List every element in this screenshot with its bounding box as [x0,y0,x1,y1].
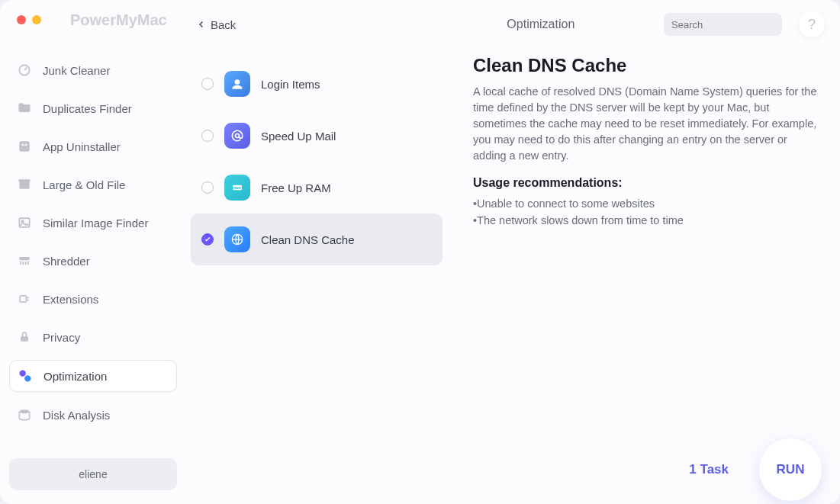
option-label: Login Items [261,78,320,91]
chevron-left-icon [197,18,206,31]
ram-icon: RAM [224,175,250,201]
sidebar-item-duplicates-finder[interactable]: Duplicates Finder [9,93,177,124]
topbar: Back Optimization ? [191,9,825,40]
sidebar-item-optimization[interactable]: Optimization [9,360,177,392]
svg-rect-8 [19,257,29,260]
svg-rect-5 [19,179,31,181]
account-chip[interactable]: eliene [9,458,177,490]
svg-point-13 [19,409,29,413]
svg-rect-4 [19,181,29,189]
minimize-window-button[interactable] [32,15,41,24]
bullet-item: Unable to connect to some websites [477,197,655,210]
option-label: Free Up RAM [261,181,331,194]
back-label: Back [211,18,236,31]
task-count: 1 Task [689,462,729,477]
sidebar: PowerMyMac Junk Cleaner Duplicates Finde… [0,0,186,504]
svg-rect-1 [19,141,29,151]
usage-recommendations-title: Usage recommendations: [473,176,819,190]
search-field[interactable] [664,13,782,36]
sidebar-item-extensions[interactable]: Extensions [9,284,177,314]
sidebar-item-disk-analysis[interactable]: Disk Analysis [9,400,177,430]
run-button[interactable]: RUN [759,438,822,501]
option-speed-up-mail[interactable]: Speed Up Mail [191,110,443,162]
svg-rect-10 [21,336,28,342]
help-button[interactable]: ? [799,11,825,37]
breadcrumb: Optimization [507,18,574,31]
account-username: eliene [79,468,107,480]
app-window: PowerMyMac Junk Cleaner Duplicates Finde… [0,0,840,504]
svg-text:RAM: RAM [233,186,241,190]
sidebar-item-large-old-file[interactable]: Large & Old File [9,169,177,200]
sidebar-item-label: Shredder [43,255,90,268]
sidebar-item-shredder[interactable]: Shredder [9,246,177,276]
sidebar-item-label: Junk Cleaner [43,64,110,77]
archive-icon [17,177,32,192]
bullet-item: The network slows down from time to time [477,214,684,226]
sidebar-item-label: Optimization [43,370,107,383]
radio-unchecked[interactable] [201,130,214,142]
sidebar-item-similar-image-finder[interactable]: Similar Image Finder [9,207,177,238]
option-free-up-ram[interactable]: RAM Free Up RAM [191,162,443,213]
search-input[interactable] [671,19,800,30]
svg-rect-9 [20,296,26,302]
radio-unchecked[interactable] [201,181,214,194]
sidebar-item-label: Disk Analysis [43,409,110,422]
sidebar-item-label: Privacy [43,331,80,344]
footer: 1 Task RUN [689,435,840,504]
sidebar-item-junk-cleaner[interactable]: Junk Cleaner [9,55,177,85]
person-icon [224,71,250,97]
gauge-icon [17,63,32,78]
at-icon [224,123,250,149]
sidebar-item-privacy[interactable]: Privacy [9,322,177,352]
svg-rect-2 [22,144,24,146]
sidebar-item-app-uninstaller[interactable]: App Uninstaller [9,131,177,162]
detail-description: A local cache of resolved DNS (Domain Na… [473,84,819,164]
svg-point-12 [24,375,31,381]
usage-bullets: •Unable to connect to some websites •The… [473,196,819,230]
back-button[interactable]: Back [191,18,242,31]
sidebar-item-label: Extensions [43,293,98,306]
dns-icon [224,226,250,252]
optimization-icon [18,368,33,384]
lock-icon [17,329,32,345]
sidebar-item-label: Similar Image Finder [43,217,148,230]
option-login-items[interactable]: Login Items [191,58,443,110]
window-controls: PowerMyMac [0,9,186,34]
shredder-icon [17,253,32,268]
close-window-button[interactable] [17,15,26,24]
radio-checked[interactable] [201,233,214,246]
sidebar-item-label: Large & Old File [43,178,125,191]
sidebar-item-label: Duplicates Finder [43,102,132,115]
option-label: Clean DNS Cache [261,233,355,246]
app-grid-icon [17,139,32,154]
plug-icon [17,291,32,307]
folder-icon [17,101,32,116]
run-label: RUN [777,462,805,477]
help-icon: ? [808,17,816,33]
image-icon [17,215,32,230]
sidebar-nav: Junk Cleaner Duplicates Finder App Unins… [0,34,186,458]
option-label: Speed Up Mail [261,130,336,143]
radio-unchecked[interactable] [201,78,214,90]
svg-rect-3 [25,144,27,146]
app-title: PowerMyMac [70,11,167,29]
svg-point-11 [20,371,26,377]
main-panel: Back Optimization ? Login Ite [186,0,840,504]
disk-icon [17,407,32,422]
optimization-options: Login Items Speed Up Mail RAM Free Up RA… [191,52,443,504]
svg-point-15 [235,79,240,85]
option-clean-dns-cache[interactable]: Clean DNS Cache [191,213,443,265]
sidebar-item-label: App Uninstaller [43,140,121,153]
detail-title: Clean DNS Cache [473,55,819,76]
